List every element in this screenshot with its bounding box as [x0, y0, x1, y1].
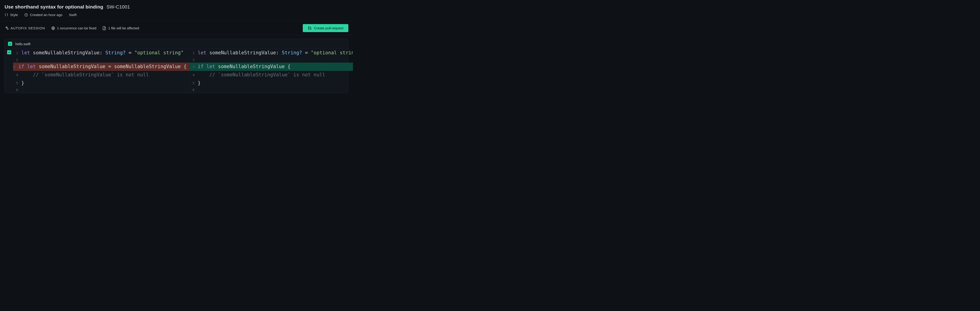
code-line: 3if let someNullableStringValue {	[189, 62, 353, 71]
code-line: 6	[13, 87, 189, 93]
line-content: }	[198, 79, 353, 88]
issue-code: SW-C1001	[107, 4, 348, 10]
code-line: 5}	[189, 79, 353, 88]
svg-point-5	[309, 29, 309, 30]
check-icon	[8, 51, 11, 54]
line-number: 2	[189, 57, 198, 63]
line-content: let someNullableStringValue: String? = "…	[21, 49, 189, 57]
line-number: 3	[189, 64, 198, 70]
code-line: 3if let someNullableStringValue = someNu…	[13, 62, 189, 71]
file-icon	[102, 26, 107, 30]
code-line: 4 // `someNullableStringValue` is not nu…	[13, 71, 189, 79]
diff-pane-after: 1let someNullableStringValue: String? = …	[189, 49, 353, 93]
hunk-checkbox[interactable]	[7, 50, 11, 54]
code-line: 5}	[13, 79, 189, 88]
braces-icon	[5, 13, 8, 17]
svg-point-3	[53, 28, 53, 28]
line-content: // `someNullableStringValue` is not null	[198, 71, 353, 79]
line-number: 5	[189, 80, 198, 86]
category-label: Style	[10, 13, 18, 17]
svg-point-4	[309, 27, 309, 27]
line-number: 1	[13, 50, 21, 56]
line-number: 3	[13, 64, 18, 70]
line-number: 5	[13, 80, 21, 86]
category-chip: Style	[5, 13, 18, 17]
line-number: 4	[189, 72, 198, 78]
issue-header: Use shorthand syntax for optional bindin…	[0, 0, 353, 21]
code-line: 4 // `someNullableStringValue` is not nu…	[189, 71, 353, 79]
session-label: AUTOFIX SESSION	[11, 26, 45, 30]
created-time: Created an hour ago	[24, 13, 62, 17]
svg-point-6	[310, 29, 311, 30]
line-content: if let someNullableStringValue {	[198, 62, 353, 71]
file-checkbox[interactable]	[8, 42, 12, 46]
diff-pane-before: 1let someNullableStringValue: String? = …	[13, 49, 189, 93]
line-number: 2	[13, 57, 21, 63]
file-name: hello.swift	[15, 42, 30, 46]
language-label: Swift	[69, 13, 77, 17]
line-number: 6	[189, 87, 198, 93]
created-label: Created an hour ago	[30, 13, 62, 17]
line-number: 6	[13, 87, 21, 93]
line-content: }	[21, 79, 189, 88]
occurrences-text: 1 occurrence can be fixed	[57, 26, 97, 30]
code-line: 1let someNullableStringValue: String? = …	[13, 49, 189, 57]
target-icon	[51, 26, 55, 30]
check-icon	[9, 42, 11, 45]
code-line: 6	[189, 87, 353, 93]
sparkle-icon	[5, 26, 9, 30]
issue-title: Use shorthand syntax for optional bindin…	[5, 4, 103, 10]
create-pull-request-button[interactable]: Create pull-request	[303, 24, 348, 32]
diff-file-card: hello.swift 1let someNullableStringValue…	[5, 39, 348, 93]
pull-request-icon	[308, 26, 312, 30]
language-chip: Swift	[69, 13, 77, 17]
line-content: // `someNullableStringValue` is not null	[21, 71, 189, 79]
clock-icon	[24, 13, 28, 17]
files-text: 1 file will be affected	[108, 26, 139, 30]
line-content: let someNullableStringValue: String? = "…	[198, 49, 353, 57]
line-number: 4	[13, 72, 21, 78]
code-line: 1let someNullableStringValue: String? = …	[189, 49, 353, 57]
cta-label: Create pull-request	[314, 26, 343, 30]
code-line: 2	[189, 57, 353, 63]
line-number: 1	[189, 50, 198, 56]
autofix-session-bar: AUTOFIX SESSION 1 occurrence can be fixe…	[0, 21, 353, 35]
code-line: 2	[13, 57, 189, 63]
line-content: if let someNullableStringValue = someNul…	[18, 62, 189, 71]
